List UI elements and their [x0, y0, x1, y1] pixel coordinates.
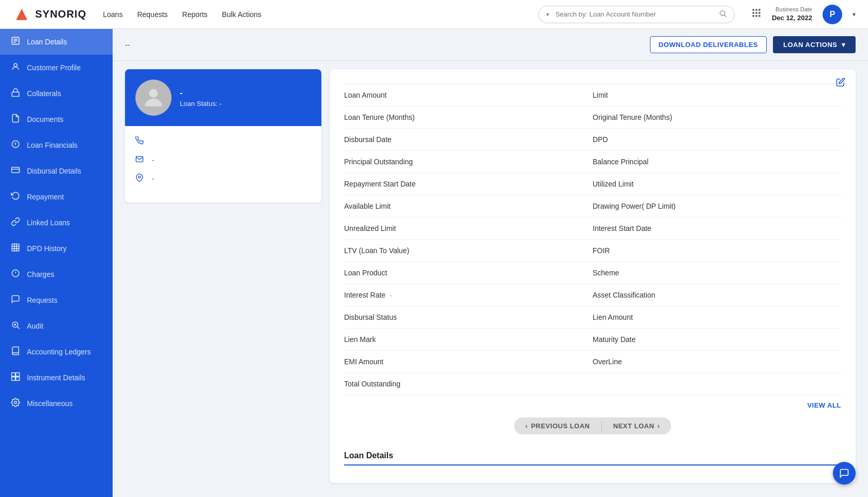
sidebar-item-collaterals[interactable]: Collaterals: [0, 81, 113, 106]
svg-rect-37: [12, 377, 16, 381]
svg-point-17: [14, 64, 17, 67]
avatar-dropdown-icon[interactable]: ▾: [853, 11, 856, 18]
nav-bulk-actions[interactable]: Bulk Actions: [222, 10, 261, 19]
svg-rect-11: [755, 15, 757, 17]
search-icon: [719, 9, 727, 20]
next-loan-label: NEXT LOAN: [613, 422, 655, 430]
sidebar-label-repayment: Repayment: [27, 193, 64, 201]
loan-details-panel: Loan Amount Limit Loan Tenure (Months) O…: [330, 69, 856, 483]
loan-field-disbursal-status: Disbursal Status: [344, 306, 593, 329]
sidebar-item-disbursal-details[interactable]: Disbursal Details: [0, 158, 113, 184]
sidebar-item-instrument-details[interactable]: Instrument Details: [0, 365, 113, 391]
svg-rect-35: [12, 373, 16, 377]
loan-field-utilized-limit: Utilized Limit: [593, 173, 841, 195]
loan-navigation: ‹ PREVIOUS LOAN NEXT LOAN ›: [514, 417, 671, 434]
svg-line-32: [17, 327, 19, 329]
accounting-ledgers-icon: [10, 346, 21, 358]
loan-field-emi-amount: EMI Amount: [344, 351, 593, 373]
chat-icon: [839, 468, 849, 478]
profile-card: - Loan Status: -: [125, 69, 321, 203]
loan-field-unrealized-limit: Unrealized Limit: [344, 218, 593, 240]
breadcrumb: --: [125, 41, 130, 49]
sidebar-item-requests[interactable]: Requests: [0, 287, 113, 313]
loan-actions-label: LOAN ACTIONS: [783, 41, 837, 49]
sidebar-item-audit[interactable]: Audit: [0, 313, 113, 339]
profile-card-body: - -: [125, 126, 321, 203]
sidebar-item-repayment[interactable]: Repayment: [0, 184, 113, 210]
linked-loans-icon: [10, 217, 21, 228]
profile-avatar: [135, 80, 172, 116]
disbursal-details-icon: [10, 165, 21, 177]
sidebar-label-audit: Audit: [27, 322, 43, 330]
edit-icon[interactable]: [836, 77, 845, 89]
view-all-button[interactable]: VIEW ALL: [344, 401, 841, 409]
sidebar: Loan Details Customer Profile Collateral…: [0, 29, 113, 497]
loan-actions-dropdown-icon: ▾: [842, 41, 846, 49]
svg-rect-21: [12, 167, 20, 173]
profile-phone-field: [135, 136, 311, 147]
sidebar-label-disbursal-details: Disbursal Details: [27, 167, 81, 175]
svg-rect-4: [752, 9, 754, 11]
sidebar-item-documents[interactable]: Documents: [0, 106, 113, 132]
sidebar-item-accounting-ledgers[interactable]: Accounting Ledgers: [0, 339, 113, 365]
chat-button[interactable]: [833, 462, 856, 485]
sidebar-label-customer-profile: Customer Profile: [27, 64, 81, 72]
business-date-label: Business Date: [776, 6, 812, 12]
avatar-icon: [141, 85, 166, 111]
sidebar-label-requests: Requests: [27, 296, 57, 304]
nav-right: Business Date Dec 12, 2022 P ▾: [751, 5, 856, 24]
top-nav: SYNORIQ Loans Requests Reports Bulk Acti…: [0, 0, 868, 29]
charges-icon: [10, 269, 21, 280]
avatar[interactable]: P: [823, 5, 842, 24]
search-bar[interactable]: ▾: [538, 6, 735, 23]
next-loan-button[interactable]: NEXT LOAN ›: [602, 417, 671, 434]
profile-name: -: [180, 88, 222, 98]
previous-loan-button[interactable]: ‹ PREVIOUS LOAN: [514, 417, 601, 434]
instrument-details-icon: [10, 372, 21, 383]
avatar-letter: P: [830, 10, 835, 19]
sidebar-item-customer-profile[interactable]: Customer Profile: [0, 55, 113, 81]
loan-field-maturity-date: Maturity Date: [593, 329, 841, 351]
sidebar-item-linked-loans[interactable]: Linked Loans: [0, 210, 113, 236]
nav-loans[interactable]: Loans: [103, 10, 122, 19]
svg-rect-18: [12, 92, 19, 96]
sidebar-item-charges[interactable]: Charges: [0, 261, 113, 287]
svg-rect-6: [758, 9, 760, 11]
download-deliverables-button[interactable]: DOWNLOAD DELIVERABLES: [650, 36, 767, 53]
loan-field-limit: Limit: [593, 84, 841, 106]
profile-loan-status: Loan Status: -: [180, 100, 222, 107]
sidebar-item-miscellaneous[interactable]: Miscellaneous: [0, 391, 113, 416]
sidebar-label-dpd-history: DPD History: [27, 244, 67, 253]
logo: SYNORIQ: [12, 5, 86, 24]
svg-rect-9: [758, 12, 760, 13]
profile-card-header: - Loan Status: -: [125, 69, 321, 126]
grid-icon[interactable]: [751, 8, 762, 21]
previous-loan-label: PREVIOUS LOAN: [531, 422, 590, 430]
sidebar-item-dpd-history[interactable]: DPD History: [0, 236, 113, 261]
loan-status-value: -: [220, 100, 222, 107]
loan-field-disbursal-date: Disbursal Date: [344, 129, 593, 151]
sidebar-label-instrument-details: Instrument Details: [27, 374, 85, 382]
sidebar-item-loan-financials[interactable]: ₹ Loan Financials: [0, 132, 113, 158]
svg-rect-8: [755, 12, 757, 13]
sidebar-label-documents: Documents: [27, 115, 64, 123]
customer-profile-icon: [10, 62, 21, 73]
audit-icon: [10, 320, 21, 332]
search-input[interactable]: [555, 10, 715, 18]
sidebar-label-collaterals: Collaterals: [27, 89, 61, 98]
nav-links: Loans Requests Reports Bulk Actions: [103, 10, 261, 19]
loan-field-available-limit: Available Limit: [344, 195, 593, 218]
loan-field-empty: [593, 373, 841, 395]
sidebar-label-miscellaneous: Miscellaneous: [27, 399, 73, 408]
loan-field-asset-classification: Asset Classification: [593, 284, 841, 306]
phone-icon: [135, 136, 146, 147]
svg-rect-10: [752, 15, 754, 17]
loan-field-interest-rate: Interest Rate -: [344, 284, 593, 306]
nav-requests[interactable]: Requests: [137, 10, 167, 19]
loan-actions-button[interactable]: LOAN ACTIONS ▾: [773, 36, 856, 53]
main-content: -- DOWNLOAD DELIVERABLES LOAN ACTIONS ▾ …: [113, 29, 868, 497]
loan-field-overline: OverLine: [593, 351, 841, 373]
nav-reports[interactable]: Reports: [182, 10, 208, 19]
svg-rect-36: [16, 373, 20, 377]
sidebar-item-loan-details[interactable]: Loan Details: [0, 29, 113, 55]
